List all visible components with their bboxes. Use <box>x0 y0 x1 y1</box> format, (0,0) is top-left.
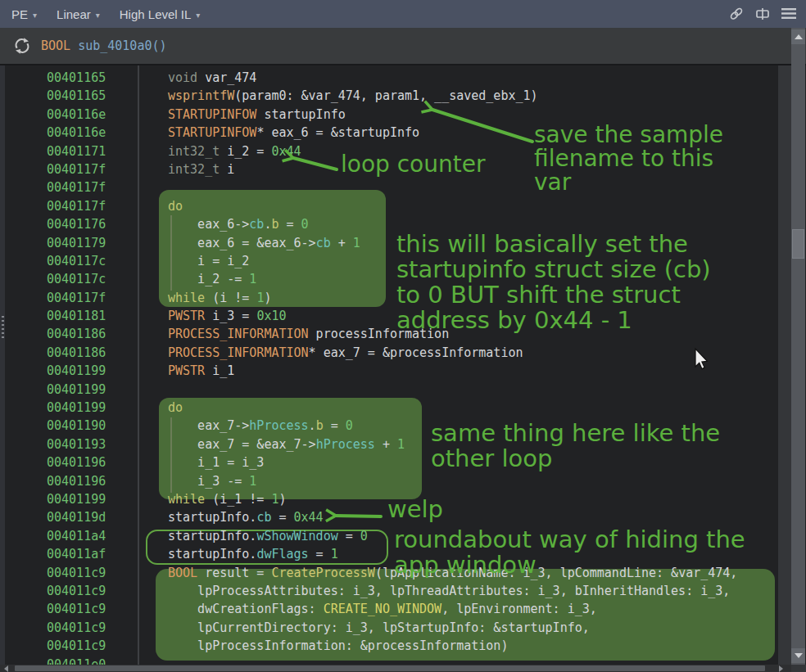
code-text: eax_6 = &eax_6->cb + 1 <box>138 234 360 252</box>
scroll-up-button[interactable] <box>791 29 805 44</box>
code-text: lpProcessAttributes: i_3, lpThreadAttrib… <box>138 582 730 600</box>
address[interactable]: 00401199 <box>0 381 138 399</box>
split-pane-icon[interactable] <box>754 6 772 22</box>
address[interactable]: 0040117c <box>0 270 138 288</box>
address[interactable]: 00401171 <box>0 142 138 160</box>
code-line[interactable]: 004011c9 lpProcessAttributes: i_3, lpThr… <box>0 582 778 600</box>
view-menubar: PE ▾ Linear ▾ High Level IL ▾ <box>0 0 806 28</box>
code-text: PWSTR i_1 <box>138 362 234 380</box>
triangle-left-icon <box>4 665 8 672</box>
code-text: wsprintfW(param0: &var_474, param1, __sa… <box>138 87 538 105</box>
address[interactable]: 0040117f <box>0 289 138 307</box>
code-line[interactable]: 00401199 <box>0 381 778 399</box>
triangle-down-icon <box>795 653 803 658</box>
code-text: i = i_2 <box>138 252 249 270</box>
address[interactable]: 00401181 <box>0 307 138 325</box>
address[interactable]: 0040117c <box>0 252 138 270</box>
code-line[interactable]: 004011c9 lpProcessInformation: &processI… <box>0 637 778 655</box>
code-text: while (i_1 != 1) <box>138 490 287 508</box>
address[interactable]: 0040117f <box>0 197 138 215</box>
code-text: PWSTR i_3 = 0x10 <box>138 307 287 325</box>
address[interactable]: 00401196 <box>0 453 138 471</box>
code-line[interactable]: 00401199PWSTR i_1 <box>0 362 778 380</box>
code-line[interactable]: 00401165void var_474 <box>0 69 778 87</box>
address[interactable]: 00401193 <box>0 435 138 453</box>
view-type-dropdown[interactable]: PE ▾ <box>11 7 37 21</box>
address[interactable]: 00401196 <box>0 472 138 490</box>
chevron-down-icon: ▾ <box>196 11 200 20</box>
annotation-loop-counter: loop counter <box>341 152 485 176</box>
address[interactable]: 00401199 <box>0 399 138 417</box>
code-text <box>138 178 168 196</box>
triangle-up-icon <box>795 34 803 39</box>
address[interactable]: 00401165 <box>0 87 138 105</box>
address[interactable]: 004011c9 <box>0 600 138 618</box>
address[interactable]: 004011a4 <box>0 527 138 545</box>
code-text: eax_6->cb.b = 0 <box>138 215 309 233</box>
code-text <box>138 381 168 399</box>
code-text: eax_7 = &eax_7->hProcess + 1 <box>138 435 405 453</box>
code-line[interactable]: 00401186PROCESS_INFORMATION* eax_7 = &pr… <box>0 344 778 362</box>
code-text: int32_t i <box>138 160 234 178</box>
address[interactable]: 00401199 <box>0 490 138 508</box>
address[interactable]: 00401190 <box>0 417 138 435</box>
code-text: void var_474 <box>138 69 256 87</box>
code-text: i_3 -= 1 <box>138 472 256 490</box>
code-text: while (i != 1) <box>138 289 271 307</box>
link-icon[interactable] <box>727 6 745 22</box>
address[interactable]: 0040116e <box>0 106 138 124</box>
address[interactable]: 00401186 <box>0 325 138 343</box>
code-text: STARTUPINFOW startupInfo <box>138 106 346 124</box>
code-line[interactable]: 00401199do <box>0 399 778 417</box>
address[interactable]: 0040117f <box>0 178 138 196</box>
address[interactable]: 004011c9 <box>0 637 138 655</box>
function-header: BOOL sub_4010a0() <box>0 28 806 65</box>
scroll-left-button[interactable] <box>0 665 11 672</box>
vertical-scrollbar[interactable] <box>791 28 805 665</box>
code-text: startupInfo.wShowWindow = 0 <box>138 527 368 545</box>
address[interactable]: 00401186 <box>0 344 138 362</box>
chevron-down-icon: ▾ <box>96 11 100 20</box>
code-text: int32_t i_2 = 0x44 <box>138 142 301 160</box>
address[interactable]: 00401165 <box>0 69 138 87</box>
address[interactable]: 004011af <box>0 545 138 563</box>
scroll-down-button[interactable] <box>791 648 805 663</box>
function-return-type: BOOL <box>41 38 70 53</box>
layout-label: Linear <box>57 7 91 21</box>
address[interactable]: 00401176 <box>0 215 138 233</box>
code-text: i_2 -= 1 <box>138 270 256 288</box>
triangle-right-icon <box>779 665 783 672</box>
code-line[interactable]: 00401196 i_3 -= 1 <box>0 472 778 490</box>
code-line[interactable]: 004011c9 lpCurrentDirectory: i_3, lpStar… <box>0 619 778 637</box>
horizontal-scrollbar[interactable] <box>0 665 791 672</box>
address[interactable]: 00401199 <box>0 362 138 380</box>
address[interactable]: 004011c9 <box>0 619 138 637</box>
code-text: eax_7->hProcess.b = 0 <box>138 417 353 435</box>
code-line[interactable]: 00401165wsprintfW(param0: &var_474, para… <box>0 87 778 105</box>
code-text: startupInfo.dwFlags = 1 <box>138 545 338 563</box>
scroll-right-button[interactable] <box>775 665 786 672</box>
annotation-struct-size: this will basically set the startupinfo … <box>396 232 711 333</box>
menu-icon[interactable] <box>780 6 798 22</box>
reanalyze-icon[interactable] <box>13 37 31 55</box>
function-name: sub_4010a0() <box>78 38 166 53</box>
code-text: dwCreationFlags: CREATE_NO_WINDOW, lpEnv… <box>138 600 597 618</box>
code-line[interactable]: 0040117fdo <box>0 197 778 215</box>
code-text: i_1 = i_3 <box>138 453 264 471</box>
vertical-scrollbar-thumb[interactable] <box>792 229 804 259</box>
view-type-label: PE <box>11 7 28 21</box>
address[interactable]: 00401179 <box>0 234 138 252</box>
function-signature[interactable]: BOOL sub_4010a0() <box>41 38 167 53</box>
address[interactable]: 0040119d <box>0 508 138 526</box>
address[interactable]: 0040116e <box>0 124 138 142</box>
layout-dropdown[interactable]: Linear ▾ <box>57 7 100 21</box>
code-text: do <box>138 197 183 215</box>
address[interactable]: 004011c9 <box>0 582 138 600</box>
code-text: lpProcessInformation: &processInformatio… <box>138 637 508 655</box>
annotation-hide-window: roundabout way of hiding the app window <box>394 527 745 578</box>
code-line[interactable]: 004011c9 dwCreationFlags: CREATE_NO_WIND… <box>0 600 778 618</box>
horizontal-scrollbar-thumb[interactable] <box>15 665 765 671</box>
il-level-dropdown[interactable]: High Level IL ▾ <box>120 7 201 21</box>
address[interactable]: 004011c9 <box>0 564 138 582</box>
address[interactable]: 0040117f <box>0 160 138 178</box>
